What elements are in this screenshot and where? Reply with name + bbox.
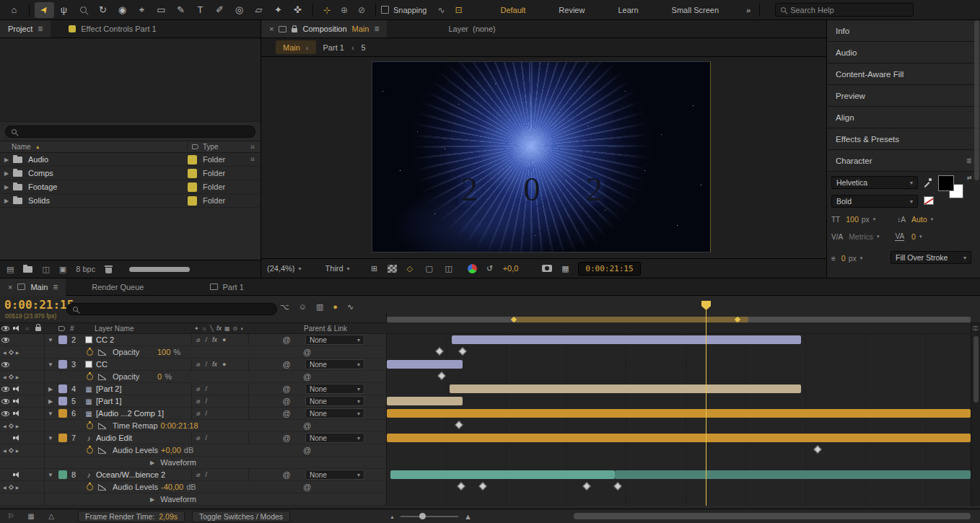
layer-name[interactable]: Audio Edit bbox=[96, 434, 191, 442]
property-name[interactable]: Time Remap bbox=[113, 421, 158, 430]
prev-keyframe-icon[interactable]: ◀ bbox=[3, 448, 6, 453]
pickwhip-icon[interactable]: @ bbox=[303, 372, 311, 381]
lock-icon[interactable] bbox=[292, 28, 297, 32]
render-flag-icon[interactable]: ⚐ bbox=[4, 512, 17, 520]
item-name[interactable]: Solids bbox=[28, 196, 188, 205]
panel-header-align[interactable]: Align bbox=[827, 107, 980, 128]
twirl-icon[interactable]: ▶ bbox=[0, 170, 13, 177]
snapping-checkbox[interactable] bbox=[381, 6, 389, 14]
pickwhip-icon[interactable]: @ bbox=[303, 483, 311, 491]
workspace-learn[interactable]: Learn bbox=[618, 6, 638, 14]
channels-icon[interactable] bbox=[468, 264, 477, 273]
work-area-segment[interactable] bbox=[514, 317, 748, 322]
layer-row[interactable]: ▼ 6 ▦ [Audio ...2 Comp 1] ⌀/ @ None▾ bbox=[0, 408, 980, 420]
layer-name[interactable]: [Audio ...2 Comp 1] bbox=[96, 409, 191, 418]
property-row[interactable]: ◀▶ Opacity 100 % @ bbox=[0, 346, 980, 359]
pan-behind-tool-icon[interactable]: ⌖ bbox=[132, 2, 152, 18]
prev-keyframe-icon[interactable]: ◀ bbox=[3, 423, 6, 428]
property-lane[interactable] bbox=[386, 420, 971, 431]
shy-icon[interactable]: ⌀ bbox=[196, 385, 200, 392]
project-search-input[interactable] bbox=[21, 127, 249, 136]
tab-composition[interactable]: × Composition Main ≡ bbox=[261, 20, 387, 38]
twirl-right-icon[interactable]: ▶ bbox=[45, 386, 56, 392]
audio-column-icon[interactable] bbox=[11, 325, 22, 332]
motion-blur-icon[interactable]: ● bbox=[333, 302, 338, 312]
timecode-field[interactable]: 0:00:21:15 bbox=[578, 262, 640, 276]
pickwhip-icon[interactable]: @ bbox=[281, 335, 292, 344]
graph-icon[interactable] bbox=[98, 484, 106, 491]
effects-icon[interactable]: fx bbox=[216, 325, 222, 332]
property-lane[interactable] bbox=[386, 371, 971, 382]
group-name[interactable]: Waveform bbox=[160, 458, 196, 467]
twirl-right-icon[interactable]: ▶ bbox=[45, 398, 56, 405]
label-color-chip[interactable] bbox=[58, 384, 67, 393]
twirl-down-icon[interactable]: ▼ bbox=[45, 472, 56, 478]
shy-icon[interactable]: ⌀ bbox=[196, 471, 200, 478]
chevron-down-icon[interactable]: ▾ bbox=[919, 234, 922, 239]
frame-blend-icon[interactable]: ▦ bbox=[224, 325, 230, 332]
property-row[interactable]: ◀▶ Audio Levels +0,00 dB @ bbox=[0, 444, 980, 457]
keyframe-icon[interactable] bbox=[437, 372, 445, 379]
layer-name[interactable]: CC bbox=[96, 360, 191, 369]
motion-blur-icon[interactable]: ● bbox=[222, 336, 226, 343]
shy-icon[interactable]: ⌀ bbox=[196, 397, 200, 405]
color-depth-label[interactable]: 8 bpc bbox=[76, 265, 95, 273]
rotation-tool-icon[interactable]: ↻ bbox=[93, 2, 113, 18]
pickwhip-icon[interactable]: @ bbox=[303, 421, 311, 430]
tab-effect-controls[interactable]: Effect Controls Part 1 bbox=[61, 20, 164, 38]
keyframe-icon[interactable] bbox=[457, 482, 465, 490]
layer-name[interactable]: CC 2 bbox=[96, 335, 191, 344]
reset-exposure-icon[interactable]: ↺ bbox=[484, 264, 496, 273]
label-color-chip[interactable] bbox=[188, 183, 197, 192]
panel-header-info[interactable]: Info bbox=[827, 20, 980, 42]
clone-stamp-tool-icon[interactable]: ◎ bbox=[229, 2, 249, 18]
v-scrollbar-thumb[interactable] bbox=[974, 336, 979, 403]
twirl-icon[interactable]: ▶ bbox=[0, 157, 13, 163]
layer-row[interactable]: ▼ 2 CC 2 ⌀/fx● @ None▾ bbox=[0, 334, 980, 346]
layer-bar[interactable] bbox=[387, 360, 463, 369]
effects-icon[interactable]: fx bbox=[212, 361, 217, 368]
zoom-slider-thumb[interactable] bbox=[419, 513, 426, 519]
brush-tool-icon[interactable]: ✐ bbox=[210, 2, 229, 18]
add-keyframe-icon[interactable] bbox=[9, 349, 14, 354]
add-keyframe-icon[interactable] bbox=[9, 447, 14, 452]
pickwhip-icon[interactable]: @ bbox=[281, 434, 292, 442]
label-column-icon[interactable] bbox=[55, 326, 68, 331]
property-value[interactable]: -40,00 bbox=[161, 483, 183, 491]
item-name[interactable]: Audio bbox=[28, 155, 188, 164]
twirl-right-icon[interactable]: ▶ bbox=[150, 460, 154, 466]
next-keyframe-icon[interactable]: ▶ bbox=[16, 448, 19, 453]
transparency-grid-icon[interactable] bbox=[388, 265, 397, 273]
keyframe-icon[interactable] bbox=[478, 482, 486, 490]
pickwhip-icon[interactable]: @ bbox=[281, 384, 292, 393]
layer-bar[interactable] bbox=[387, 397, 463, 405]
h-scrollbar-thumb[interactable] bbox=[574, 513, 971, 519]
tab-render-queue[interactable]: Render Queue bbox=[92, 283, 144, 291]
camera-tool-icon[interactable]: ◉ bbox=[113, 2, 132, 18]
property-name[interactable]: Audio Levels bbox=[113, 446, 158, 454]
twirl-icon[interactable]: ▶ bbox=[0, 184, 13, 190]
eye-icon[interactable] bbox=[0, 387, 11, 392]
layer-row[interactable]: ▶ 4 ▦ [Part 2] ⌀/ @ None▾ bbox=[0, 383, 980, 395]
layer-bar[interactable] bbox=[387, 434, 971, 442]
new-composition-icon[interactable]: ◫ bbox=[42, 265, 49, 274]
project-row-footage[interactable]: ▶ Footage Folder bbox=[0, 180, 261, 194]
view-axis-mode-icon[interactable]: ⊘ bbox=[353, 5, 370, 15]
project-row-comps[interactable]: ▶ Comps Folder bbox=[0, 167, 261, 180]
selection-tool-icon[interactable]: ➤ bbox=[35, 2, 54, 18]
toggle-switches-modes-button[interactable]: Toggle Switches / Modes bbox=[192, 511, 290, 522]
label-color-chip[interactable] bbox=[188, 196, 197, 206]
breadcrumb-part1[interactable]: Part 1 bbox=[323, 43, 344, 52]
show-snapshot-icon[interactable]: ▦ bbox=[559, 264, 572, 273]
stopwatch-icon[interactable] bbox=[87, 423, 93, 429]
panel-header-content-aware-fill[interactable]: Content-Aware Fill bbox=[827, 63, 980, 85]
work-area-bar[interactable] bbox=[387, 317, 971, 322]
type-tool-icon[interactable]: T bbox=[191, 2, 210, 18]
panel-header-preview[interactable]: Preview bbox=[827, 85, 980, 107]
panel-menu-icon[interactable]: ≡ bbox=[374, 24, 379, 34]
quality-icon[interactable]: / bbox=[205, 385, 207, 392]
label-color-chip[interactable] bbox=[58, 360, 67, 369]
shy-icon[interactable]: ⌀ bbox=[196, 336, 200, 343]
layer-row[interactable]: ▼ 8 ♪ Ocean/W...bience 2 ⌀/ @ None▾ bbox=[0, 469, 980, 481]
label-color-chip[interactable] bbox=[58, 434, 67, 442]
